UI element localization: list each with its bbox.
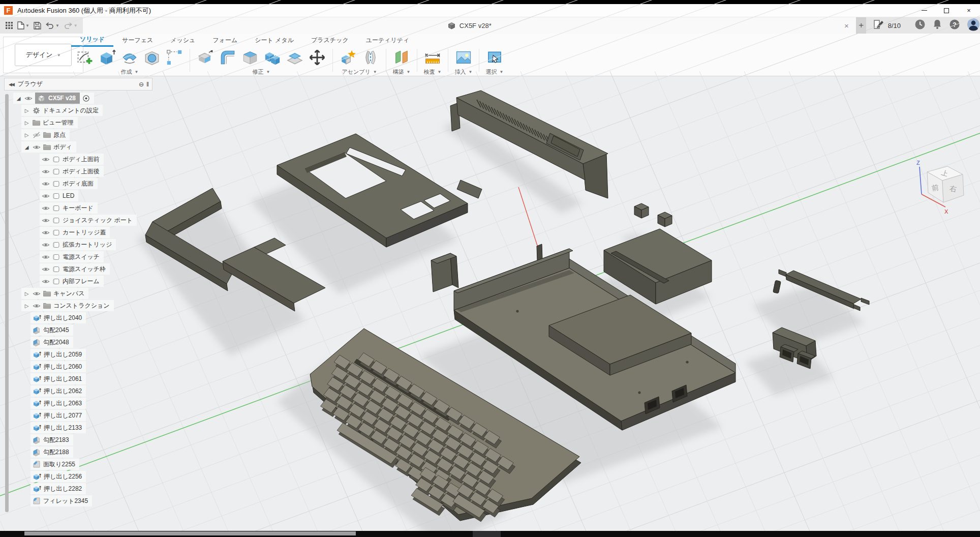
browser-item[interactable]: ▷ビュー管理: [4, 116, 137, 129]
visibility-toggle-icon[interactable]: [33, 303, 41, 309]
browser-item[interactable]: 勾配2183: [4, 434, 137, 446]
browser-item[interactable]: LED: [4, 190, 137, 202]
browser-item-label[interactable]: 押し出し2256: [44, 472, 82, 481]
browser-item[interactable]: ▷コンストラクション: [4, 300, 137, 312]
panel-grip-icon[interactable]: ‖: [146, 81, 149, 88]
browser-item-label[interactable]: ボディ: [53, 143, 72, 152]
visibility-toggle-icon[interactable]: [42, 205, 50, 212]
browser-item-label[interactable]: 押し出し2063: [44, 399, 82, 408]
browser-item[interactable]: ボディ底面: [4, 177, 137, 190]
visibility-toggle-icon[interactable]: [42, 217, 50, 224]
expand-node-icon[interactable]: ▷: [23, 108, 30, 113]
browser-item-label[interactable]: カートリッジ蓋: [63, 228, 106, 237]
collapse-node-icon[interactable]: ◢: [23, 144, 30, 150]
browser-item[interactable]: ▷キャンバス: [4, 287, 137, 300]
browser-item-label[interactable]: 押し出し2040: [44, 314, 82, 322]
browser-item[interactable]: 押し出し2077: [4, 409, 137, 422]
browser-item-label[interactable]: ボディ底面: [63, 180, 94, 188]
visibility-toggle-icon[interactable]: [33, 290, 41, 297]
browser-item[interactable]: ◢ボディ: [4, 141, 137, 153]
browser-item-label[interactable]: 押し出し2077: [44, 411, 82, 420]
visibility-toggle-icon[interactable]: [42, 242, 50, 248]
viewport-3d[interactable]: ◀◀ ブラウザ ⊖‖ ◢CX5F v28▷ドキュメントの設定▷ビュー管理▷原点◢…: [0, 76, 980, 531]
collapse-node-icon[interactable]: ◢: [15, 96, 22, 101]
browser-item[interactable]: 押し出し2063: [4, 397, 137, 409]
active-component-chip[interactable]: CX5F v28: [35, 93, 80, 104]
browser-item[interactable]: 押し出し2062: [4, 385, 137, 397]
visibility-toggle-icon[interactable]: [42, 278, 50, 285]
browser-item-label[interactable]: 押し出し2060: [44, 363, 82, 371]
browser-panel-header[interactable]: ◀◀ ブラウザ ⊖‖: [4, 78, 152, 91]
browser-item-label[interactable]: フィレット2345: [43, 497, 88, 505]
browser-item[interactable]: ボディ上面前: [4, 153, 137, 165]
browser-item[interactable]: 押し出し2256: [4, 470, 137, 483]
browser-item-label[interactable]: LED: [63, 192, 74, 199]
browser-item-label[interactable]: 押し出し2059: [44, 350, 82, 359]
browser-item[interactable]: 内部フレーム: [4, 275, 137, 287]
browser-item-label[interactable]: キャンバス: [53, 289, 84, 298]
browser-item[interactable]: 押し出し2133: [4, 422, 137, 434]
browser-item-label[interactable]: ドキュメントの設定: [43, 106, 99, 115]
expand-node-icon[interactable]: ▷: [23, 132, 30, 138]
visibility-toggle-icon[interactable]: [33, 144, 41, 151]
browser-item[interactable]: フィレット2345: [4, 495, 137, 507]
browser-item-label[interactable]: 勾配2183: [43, 436, 69, 444]
browser-item[interactable]: ジョイスティック ポート: [4, 214, 137, 226]
collapse-panel-icon[interactable]: ◀◀: [9, 82, 14, 87]
browser-item-label[interactable]: キーボード: [63, 204, 94, 213]
browser-item-label[interactable]: 押し出し2061: [44, 375, 82, 383]
browser-item-label[interactable]: ビュー管理: [43, 118, 74, 127]
browser-item-label[interactable]: 面取り2255: [43, 460, 75, 469]
browser-item[interactable]: ▷原点: [4, 129, 137, 141]
browser-item[interactable]: 押し出し2060: [4, 361, 137, 373]
visibility-toggle-icon[interactable]: [42, 168, 50, 175]
browser-item-label[interactable]: 勾配2048: [43, 338, 69, 347]
browser-item[interactable]: 押し出し2040: [4, 312, 137, 324]
expand-node-icon[interactable]: ▷: [23, 120, 30, 126]
browser-item-label[interactable]: 押し出し2062: [44, 387, 82, 396]
activate-component-radio[interactable]: [82, 95, 90, 102]
part-power-switch-cubes[interactable]: [634, 203, 672, 227]
browser-item[interactable]: 勾配2188: [4, 446, 137, 458]
browser-item[interactable]: 押し出し2061: [4, 373, 137, 385]
browser-item-label[interactable]: 押し出し2282: [44, 485, 82, 493]
browser-item-label[interactable]: ボディ上面前: [63, 155, 100, 164]
browser-item-label[interactable]: ジョイスティック ポート: [63, 216, 133, 225]
browser-item[interactable]: 電源スイッチ枠: [4, 263, 137, 275]
visibility-toggle-icon[interactable]: [33, 132, 41, 138]
browser-item-label[interactable]: コンストラクション: [53, 302, 110, 310]
visibility-toggle-icon[interactable]: [42, 193, 50, 199]
browser-item-label[interactable]: 電源スイッチ: [63, 253, 100, 261]
expand-node-icon[interactable]: ▷: [23, 291, 30, 296]
browser-item[interactable]: ▷ドキュメントの設定: [4, 104, 137, 116]
panel-remove-icon[interactable]: ⊖: [139, 81, 144, 88]
visibility-toggle-icon[interactable]: [24, 95, 33, 102]
browser-item[interactable]: 押し出し2059: [4, 348, 137, 361]
browser-item[interactable]: ボディ上面後: [4, 165, 137, 177]
browser-item[interactable]: キーボード: [4, 202, 137, 214]
visibility-toggle-icon[interactable]: [42, 254, 50, 260]
browser-item[interactable]: 電源スイッチ: [4, 251, 137, 263]
browser-item[interactable]: ◢CX5F v28: [4, 92, 137, 104]
visibility-toggle-icon[interactable]: [42, 229, 50, 236]
browser-item[interactable]: 拡張カートリッジ: [4, 238, 137, 251]
browser-item-label[interactable]: 勾配2188: [43, 448, 69, 457]
browser-item[interactable]: カートリッジ蓋: [4, 226, 137, 238]
browser-item-label[interactable]: 勾配2045: [43, 326, 69, 335]
browser-item-label[interactable]: ボディ上面後: [63, 167, 100, 176]
browser-item-label[interactable]: CX5F v28: [48, 95, 76, 102]
browser-item-label[interactable]: 内部フレーム: [63, 277, 100, 286]
browser-item[interactable]: 押し出し2282: [4, 483, 137, 495]
browser-item-label[interactable]: 拡張カートリッジ: [63, 241, 112, 249]
browser-item[interactable]: 勾配2048: [4, 336, 137, 348]
browser-item[interactable]: 勾配2045: [4, 324, 137, 336]
browser-item-label[interactable]: 原点: [53, 131, 66, 139]
visibility-toggle-icon[interactable]: [42, 181, 50, 187]
browser-item[interactable]: 面取り2255: [4, 458, 137, 470]
browser-item-label[interactable]: 電源スイッチ枠: [63, 265, 106, 274]
visibility-toggle-icon[interactable]: [42, 156, 50, 163]
viewcube[interactable]: Z X 上 前 右: [913, 158, 979, 218]
visibility-toggle-icon[interactable]: [42, 266, 50, 273]
browser-item-label[interactable]: 押し出し2133: [44, 424, 82, 432]
expand-node-icon[interactable]: ▷: [23, 303, 30, 309]
